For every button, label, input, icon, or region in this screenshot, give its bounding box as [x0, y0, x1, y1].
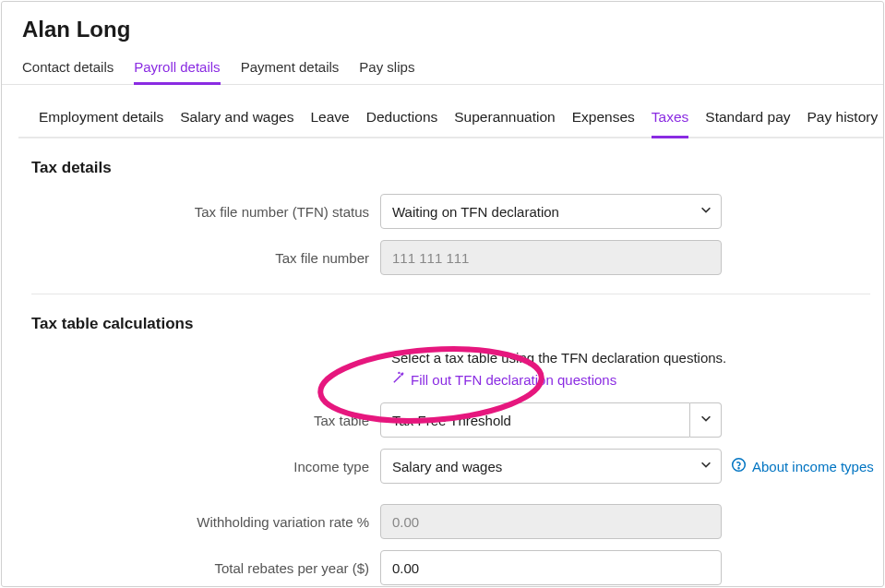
svg-point-1: [399, 372, 400, 373]
select-tax-table-toggle[interactable]: [690, 402, 722, 438]
input-total-rebates[interactable]: 0.00: [380, 550, 722, 585]
tab-contact-details[interactable]: Contact details: [22, 52, 114, 84]
input-withholding-rate: 0.00: [380, 504, 722, 539]
svg-point-3: [738, 468, 739, 469]
help-circle-icon: [731, 457, 747, 475]
label-tfn: Tax file number: [18, 250, 380, 266]
select-tfn-status-value: Waiting on TFN declaration: [392, 204, 559, 220]
label-withholding-rate: Withholding variation rate %: [18, 514, 380, 530]
sub-tabs: Employment details Salary and wages Leav…: [18, 102, 883, 138]
subtab-employment-details[interactable]: Employment details: [39, 102, 163, 137]
tab-pay-slips[interactable]: Pay slips: [359, 52, 414, 84]
label-total-rebates: Total rebates per year ($): [18, 560, 380, 576]
label-income-type: Income type: [18, 459, 380, 474]
link-fill-tfn-declaration[interactable]: Fill out TFN declaration questions: [391, 371, 616, 397]
input-tfn-value: 111 111 111: [392, 250, 469, 266]
select-tax-table[interactable]: Tax Free Threshold: [380, 402, 722, 438]
subtab-salary-wages[interactable]: Salary and wages: [180, 102, 293, 137]
tab-payment-details[interactable]: Payment details: [241, 52, 340, 84]
subtab-taxes[interactable]: Taxes: [652, 102, 689, 137]
main-tabs: Contact details Payroll details Payment …: [2, 52, 883, 85]
select-income-type[interactable]: Salary and wages: [380, 449, 722, 484]
page-title: Alan Long: [2, 2, 883, 52]
label-tax-table: Tax table: [18, 413, 380, 428]
select-tax-table-value: Tax Free Threshold: [392, 413, 511, 428]
select-income-type-value: Salary and wages: [392, 459, 502, 474]
svg-point-0: [402, 373, 403, 374]
subtab-superannuation[interactable]: Superannuation: [454, 102, 555, 137]
tab-payroll-details[interactable]: Payroll details: [134, 52, 220, 84]
subtab-deductions[interactable]: Deductions: [366, 102, 438, 137]
hint-select-tax-table: Select a tax table using the TFN declara…: [30, 344, 883, 371]
section-tax-details: Tax details: [18, 138, 883, 188]
subtab-pay-history[interactable]: Pay history: [807, 102, 879, 137]
input-total-rebates-value: 0.00: [392, 560, 419, 576]
input-withholding-rate-value: 0.00: [392, 514, 419, 530]
wand-icon: [391, 371, 405, 388]
label-tfn-status: Tax file number (TFN) status: [18, 204, 380, 220]
link-about-income-types[interactable]: About income types: [731, 457, 874, 475]
select-tfn-status[interactable]: Waiting on TFN declaration: [380, 194, 722, 229]
subtab-expenses[interactable]: Expenses: [572, 102, 635, 137]
chevron-down-icon: [700, 412, 712, 428]
input-tfn: 111 111 111: [380, 240, 722, 275]
link-about-income-types-text: About income types: [752, 459, 874, 474]
subtab-standard-pay[interactable]: Standard pay: [705, 102, 790, 137]
link-fill-tfn-declaration-text: Fill out TFN declaration questions: [411, 372, 616, 388]
subtab-leave[interactable]: Leave: [310, 102, 349, 137]
section-tax-table-calc: Tax table calculations: [18, 294, 883, 344]
